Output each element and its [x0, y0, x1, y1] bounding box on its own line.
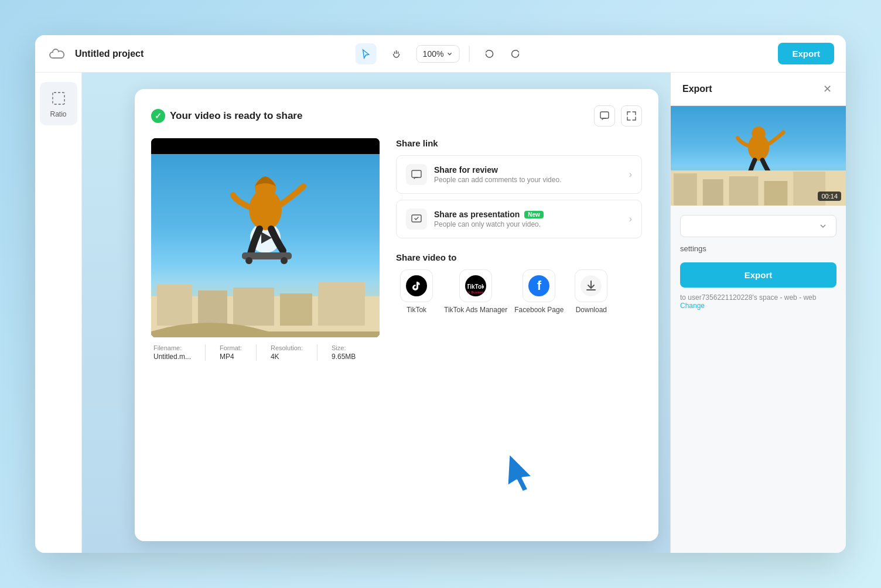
size-label: Size: [332, 344, 356, 351]
social-item-tiktok[interactable]: TikTok [396, 269, 437, 315]
modal-body: ▶ 00:00 | 00:15 4K ⤢ [151, 138, 642, 361]
share-presentation-icon [406, 208, 427, 230]
tiktok-ads-icon: TikTok for Business [465, 275, 486, 296]
meta-divider-2 [256, 344, 257, 361]
svg-point-19 [752, 127, 765, 140]
resolution-label: Resolution: [271, 344, 303, 351]
share-presentation-title: Share as presentation New [434, 210, 622, 219]
share-presentation-chevron: › [629, 214, 632, 224]
format-dropdown[interactable] [680, 215, 836, 237]
ready-text: Your video is ready to share [170, 110, 302, 122]
panel-body: settings Export to user7356221120228's s… [671, 206, 846, 319]
svg-rect-9 [198, 290, 227, 326]
meta-divider-1 [205, 344, 206, 361]
share-review-icon [406, 164, 427, 185]
sidebar-item-ratio[interactable]: Ratio [40, 82, 77, 125]
redo-button[interactable] [504, 43, 525, 64]
ratio-icon [49, 89, 68, 108]
meta-format: Format: MP4 [220, 344, 242, 361]
meta-divider-3 [317, 344, 317, 361]
cloud-icon [47, 43, 68, 64]
expand-modal-button[interactable] [621, 105, 642, 127]
export-header-button[interactable]: Export [778, 43, 834, 64]
new-badge: New [524, 211, 544, 218]
change-link[interactable]: Change [680, 302, 705, 310]
share-video-section: Share video to [396, 252, 642, 315]
filename-value: Untitled.m... [153, 353, 191, 361]
presentation-title-text: Share as presentation [434, 210, 520, 219]
export-panel-header: Export ✕ [671, 73, 846, 106]
header: Untitled project 100% [35, 35, 846, 73]
social-item-facebook[interactable]: f Facebook Page [514, 269, 564, 315]
svg-rect-0 [53, 93, 64, 104]
header-right: Export [778, 43, 834, 64]
share-link-section: Share link Share for review [396, 138, 642, 238]
buildings-svg [151, 279, 380, 337]
svg-rect-12 [318, 282, 365, 326]
app-window: Untitled project 100% [35, 35, 846, 553]
left-sidebar: Ratio [35, 73, 82, 553]
ready-badge: ✓ Your video is ready to share [151, 109, 302, 123]
facebook-label: Facebook Page [514, 306, 564, 315]
select-tool-button[interactable] [356, 43, 377, 64]
svg-text:TikTok: TikTok [467, 283, 484, 290]
share-review-text: Share for review People can add comments… [434, 165, 622, 184]
share-presentation-card[interactable]: Share as presentation New People can onl… [396, 200, 642, 238]
download-icon-wrap [575, 269, 607, 302]
facebook-icon: f [528, 275, 549, 296]
sidebar-ratio-label: Ratio [50, 110, 66, 118]
export-panel-title: Export [682, 84, 712, 94]
download-icon [580, 275, 602, 296]
export-panel-button[interactable]: Export [680, 262, 836, 288]
share-presentation-desc: People can only watch your video. [434, 220, 622, 228]
share-modal: ✓ Your video is ready to share [135, 89, 658, 541]
content-area: Ratio ✓ Your video is ready to share [35, 73, 846, 553]
share-review-desc: People can add comments to your video. [434, 176, 622, 184]
share-modal-header: ✓ Your video is ready to share [151, 105, 642, 127]
tiktok-label: TikTok [407, 306, 426, 315]
download-label: Download [576, 306, 607, 315]
svg-point-6 [281, 257, 288, 264]
thumb-duration: 00:14 [818, 192, 841, 201]
svg-rect-8 [157, 285, 192, 326]
tiktok-icon [406, 275, 427, 296]
cursor-arrow [500, 447, 541, 494]
svg-rect-10 [233, 288, 274, 326]
video-preview-thumb: 00:14 [671, 106, 846, 206]
comment-modal-button[interactable] [594, 105, 615, 127]
undo-redo-group [479, 43, 525, 64]
filename-label: Filename: [153, 344, 191, 351]
zoom-selector[interactable]: 100% [416, 45, 460, 63]
size-value: 9.65MB [332, 353, 356, 361]
right-export-panel: Export ✕ [670, 73, 846, 553]
settings-text: settings [680, 244, 836, 253]
svg-rect-25 [764, 181, 787, 206]
main-canvas: ✓ Your video is ready to share [82, 73, 670, 553]
share-review-chevron: › [629, 169, 632, 180]
share-presentation-text: Share as presentation New People can onl… [434, 210, 622, 228]
modal-actions [594, 105, 642, 127]
skater-svg [213, 154, 318, 271]
video-display: ▶ 00:00 | 00:15 4K ⤢ [151, 138, 380, 337]
social-grid: TikTok TikTok [396, 269, 642, 315]
format-value: MP4 [220, 353, 242, 361]
hand-tool-button[interactable] [386, 43, 407, 64]
svg-point-5 [245, 257, 252, 264]
header-center: 100% [356, 43, 526, 64]
social-item-download[interactable]: Download [571, 269, 612, 315]
undo-button[interactable] [479, 43, 500, 64]
dropdown-chevron-icon [818, 221, 828, 231]
social-item-tiktok-ads[interactable]: TikTok for Business TikTok Ads Manager [444, 269, 507, 315]
storage-text: to user7356221120228's space - web [680, 293, 797, 302]
facebook-icon-wrap: f [523, 269, 555, 302]
svg-rect-13 [412, 170, 421, 177]
tiktok-ads-icon-wrap: TikTok for Business [459, 269, 492, 302]
svg-rect-22 [674, 173, 697, 206]
export-panel-close-button[interactable]: ✕ [820, 82, 834, 96]
project-title: Untitled project [75, 49, 144, 59]
meta-resolution: Resolution: 4K [271, 344, 303, 361]
tiktok-ads-label: TikTok Ads Manager [444, 306, 507, 315]
share-for-review-card[interactable]: Share for review People can add comments… [396, 155, 642, 194]
video-meta: Filename: Untitled.m... Format: MP4 Reso… [151, 344, 380, 361]
svg-rect-11 [280, 293, 312, 326]
